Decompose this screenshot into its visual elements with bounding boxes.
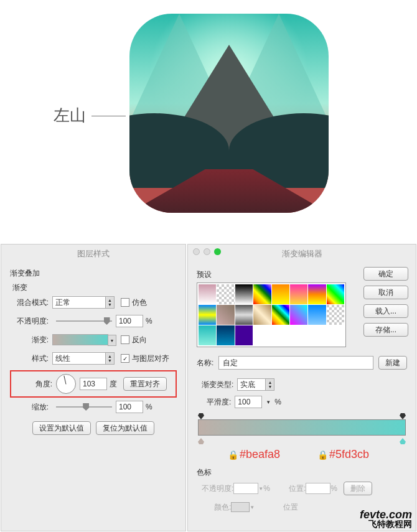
- color-stop-right[interactable]: [400, 438, 406, 444]
- smoothness-unit: %: [274, 398, 281, 406]
- load-button[interactable]: 载入...: [363, 304, 408, 318]
- opacity-stop-right[interactable]: [400, 413, 406, 419]
- cancel-button[interactable]: 取消: [363, 286, 408, 299]
- reverse-label: 反向: [132, 335, 147, 345]
- select-arrows-icon: ▲▼: [105, 297, 114, 308]
- stops-header: 色标: [197, 467, 407, 478]
- align-checkbox[interactable]: ✓: [121, 354, 129, 363]
- align-label: 与图层对齐: [132, 353, 169, 364]
- ok-button[interactable]: 确定: [363, 267, 408, 281]
- scale-label: 缩放:: [10, 402, 49, 413]
- smoothness-label: 平滑度:: [207, 397, 231, 408]
- app-icon-artwork: [129, 14, 329, 213]
- lock-icon: 🔒: [317, 450, 328, 460]
- stop-opacity-input: [233, 483, 258, 494]
- gradient-picker[interactable]: ▼: [52, 334, 108, 345]
- dropdown-icon[interactable]: ▼: [108, 335, 116, 346]
- new-button[interactable]: 新建: [378, 356, 407, 370]
- illustration-area: 左山: [0, 0, 417, 244]
- scale-input[interactable]: 100: [116, 401, 143, 413]
- gradient-type-select[interactable]: 实底 ▲▼: [237, 378, 274, 391]
- stop-color-label: 颜色:: [214, 502, 231, 513]
- close-icon[interactable]: [193, 248, 200, 255]
- angle-input[interactable]: 103: [80, 378, 107, 390]
- blend-mode-select[interactable]: 正常 ▲▼: [52, 296, 115, 309]
- gradient-subheader: 渐变: [12, 282, 177, 293]
- dither-checkbox[interactable]: [121, 298, 129, 307]
- gradient-editor-panel: 渐变编辑器 确定 取消 载入... 存储... 预设 ✲: [187, 244, 416, 531]
- hex-left: #beafa8: [240, 448, 280, 460]
- lock-icon: 🔒: [228, 450, 238, 460]
- minimize-icon[interactable]: [204, 248, 210, 255]
- name-input[interactable]: 自定: [218, 356, 373, 370]
- angle-unit: 度: [110, 379, 117, 390]
- save-button[interactable]: 存储...: [363, 323, 408, 337]
- layer-style-panel: 图层样式 渐变叠加 渐变 混合模式: 正常 ▲▼ 仿色 不透明度: 100 %: [1, 244, 186, 531]
- opacity-unit: %: [146, 317, 152, 325]
- scale-unit: %: [146, 403, 152, 411]
- gradient-label: 渐变:: [10, 335, 49, 345]
- delete-stop-button: 删除: [344, 482, 372, 495]
- opacity-label: 不透明度:: [10, 316, 49, 327]
- hex-right: #5fd3cb: [329, 448, 369, 460]
- style-value: 线性: [55, 353, 70, 364]
- annotation-line: [91, 116, 126, 116]
- style-select[interactable]: 线性 ▲▼: [52, 352, 115, 365]
- gradient-bar[interactable]: [198, 419, 406, 436]
- stop-color-chip: [231, 502, 250, 512]
- opacity-stop-left[interactable]: [198, 413, 204, 419]
- style-label: 样式:: [10, 353, 49, 364]
- gradient-type-value: 实底: [240, 380, 255, 390]
- dither-label: 仿色: [132, 297, 147, 308]
- stop-opacity-label: 不透明度:: [202, 483, 233, 494]
- gradient-overlay-header: 渐变叠加: [10, 268, 177, 279]
- scale-slider[interactable]: [56, 403, 112, 411]
- watermark: fevte.com 飞特教程网: [360, 510, 412, 528]
- set-default-button[interactable]: 设置为默认值: [32, 421, 91, 435]
- color-stop-left[interactable]: [198, 438, 204, 444]
- blend-mode-value: 正常: [55, 297, 70, 308]
- layer-style-title: 图层样式: [1, 245, 185, 263]
- presets-label: 预设: [197, 269, 212, 280]
- annotation-label: 左山: [54, 105, 86, 126]
- angle-dial[interactable]: [56, 374, 76, 394]
- stop-position-input: [306, 483, 330, 494]
- zoom-icon[interactable]: [214, 248, 221, 255]
- reset-align-button[interactable]: 重置对齐: [123, 377, 167, 391]
- angle-label: 角度:: [14, 379, 52, 390]
- select-arrows-icon: ▲▼: [265, 379, 274, 390]
- preset-grid[interactable]: [197, 282, 346, 347]
- window-traffic-lights[interactable]: [193, 248, 221, 255]
- stop-position2-label: 位置: [283, 502, 298, 513]
- blend-mode-label: 混合模式:: [10, 297, 49, 308]
- smoothness-input[interactable]: 100: [235, 396, 262, 408]
- opacity-input[interactable]: 100: [116, 315, 143, 327]
- reset-default-button[interactable]: 复位为默认值: [96, 421, 154, 435]
- gradient-type-label: 渐变类型:: [202, 380, 233, 390]
- name-label: 名称:: [197, 358, 213, 368]
- opacity-slider[interactable]: [56, 317, 112, 325]
- stop-position-label: 位置:: [289, 483, 306, 494]
- reverse-checkbox[interactable]: [121, 335, 129, 344]
- gradient-editor-title: 渐变编辑器: [188, 245, 416, 263]
- select-arrows-icon: ▲▼: [105, 353, 114, 364]
